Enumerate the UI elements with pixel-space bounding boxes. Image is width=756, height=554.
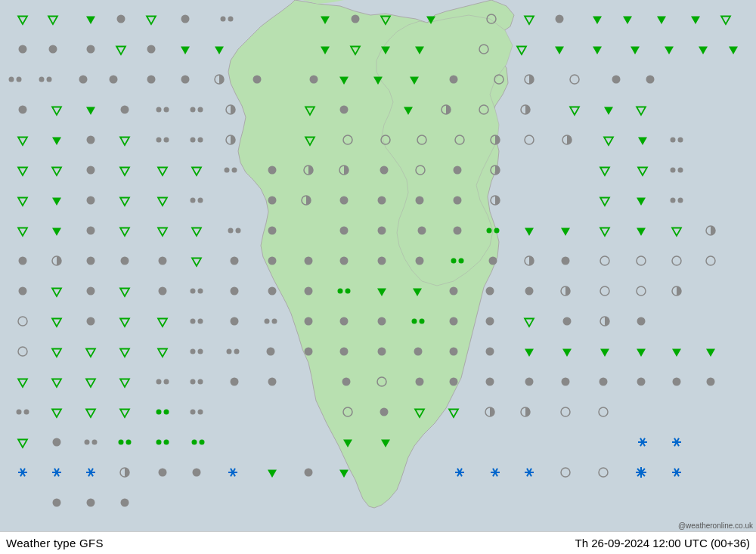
symbols-canvas [0, 0, 756, 531]
map-container [0, 0, 756, 531]
datetime-label: Th 26-09-2024 12:00 UTC (00+36) [575, 537, 750, 549]
watermark: @weatheronline.co.uk [678, 522, 753, 530]
weather-type-label: Weather type GFS [6, 537, 104, 549]
bottom-bar: Weather type GFS Th 26-09-2024 12:00 UTC… [0, 531, 756, 554]
